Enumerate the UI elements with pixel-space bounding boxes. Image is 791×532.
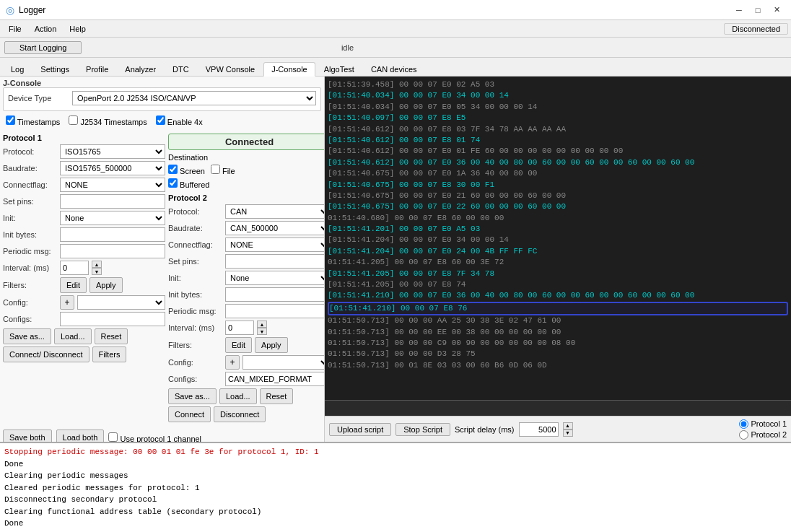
p2-connect-button[interactable]: Connect	[168, 406, 211, 422]
p2-configs-input[interactable]	[225, 372, 325, 386]
p2-config-add-button[interactable]: +	[225, 355, 240, 370]
p2-protocol-select[interactable]: CAN	[225, 204, 325, 219]
script-delay-input[interactable]	[519, 422, 559, 437]
tab-analyzer[interactable]: Analyzer	[117, 62, 164, 76]
tab-jconsole[interactable]: J-Console	[263, 62, 315, 77]
p1-periodicmsg-label: Periodic msg:	[3, 247, 57, 256]
p1-connectflag-select[interactable]: NONE	[60, 178, 165, 192]
tab-can-devices[interactable]: CAN devices	[363, 62, 425, 76]
protocol2-radio[interactable]	[739, 430, 748, 440]
file-checkbox[interactable]	[211, 165, 220, 174]
p1-save-as-button[interactable]: Save as...	[3, 328, 51, 344]
p2-config-select[interactable]	[242, 355, 325, 370]
p1-edit-button[interactable]: Edit	[60, 277, 87, 293]
idle-status: idle	[341, 43, 787, 52]
minimize-button[interactable]: ─	[730, 3, 748, 17]
p1-filters-button[interactable]: Filters	[92, 346, 127, 362]
p2-periodicmsg-label: Periodic msg:	[168, 307, 222, 315]
p2-baudrate-select[interactable]: CAN_500000	[225, 221, 325, 235]
device-type-select[interactable]: OpenPort 2.0 J2534 ISO/CAN/VP	[72, 91, 316, 105]
p2-disconnect-button[interactable]: Disconnect	[214, 406, 266, 422]
connected-button[interactable]: Connected	[168, 134, 325, 150]
console-output[interactable]: [01:51:39.458] 00 00 07 E0 02 A5 03[01:5…	[325, 77, 791, 400]
console-line: 01:51:40.680] 00 00 07 E8 60 00 00 00	[328, 213, 788, 224]
console-line: [01:51:40.612] 00 00 07 E0 01 FE 60 00 0…	[328, 146, 788, 157]
load-both-button[interactable]: Load both	[56, 429, 105, 442]
script-delay-up[interactable]: ▲	[563, 422, 573, 429]
p1-init-select[interactable]: None	[60, 211, 165, 225]
start-logging-button[interactable]: Start Logging	[4, 41, 82, 54]
p1-action-btns: Connect/ Disconnect Filters	[3, 346, 165, 362]
p2-setpins-row: Set pins:	[168, 254, 325, 269]
p2-protocol-label: Protocol:	[168, 207, 222, 216]
p2-interval-up[interactable]: ▲	[257, 320, 267, 328]
log-line: Stopping periodic message: 00 00 01 01 f…	[4, 446, 787, 458]
p1-initbytes-input[interactable]	[60, 227, 165, 242]
screen-checkbox[interactable]	[168, 165, 178, 174]
menu-file[interactable]: File	[3, 23, 27, 35]
tab-vpw-console[interactable]: VPW Console	[198, 62, 263, 76]
console-line: [01:51:40.675] 00 00 07 E0 22 60 00 00 0…	[328, 201, 788, 212]
tab-log[interactable]: Log	[3, 62, 32, 76]
upload-script-button[interactable]: Upload script	[329, 423, 391, 436]
p2-periodicmsg-input[interactable]	[225, 304, 325, 318]
p2-reset-button[interactable]: Reset	[260, 388, 294, 404]
p2-apply-button[interactable]: Apply	[255, 337, 288, 353]
buffered-label[interactable]: Buffered	[168, 178, 209, 189]
p1-interval-down[interactable]: ▼	[92, 268, 102, 275]
p1-config-select[interactable]	[77, 295, 165, 310]
p1-load-button[interactable]: Load...	[54, 328, 92, 344]
p1-setpins-input[interactable]	[60, 194, 165, 209]
jconsole-header: J-Console	[0, 77, 324, 87]
protocol1-radio-label[interactable]: Protocol 1	[739, 419, 787, 429]
script-delay-down[interactable]: ▼	[563, 429, 573, 437]
buffered-checkbox[interactable]	[168, 178, 178, 188]
p1-config-add-button[interactable]: +	[60, 295, 74, 310]
close-button[interactable]: ✕	[768, 3, 785, 17]
enable4x-checkbox-label[interactable]: Enable 4x	[156, 115, 203, 126]
protocol1-radio[interactable]	[739, 419, 748, 429]
protocol2-radio-label[interactable]: Protocol 2	[739, 430, 787, 440]
p2-initbytes-input[interactable]	[225, 287, 325, 302]
use-protocol-checkbox[interactable]	[108, 432, 118, 442]
save-both-button[interactable]: Save both	[3, 429, 52, 442]
p1-configs-input[interactable]	[60, 312, 165, 326]
p2-init-select[interactable]: None	[225, 271, 325, 285]
p1-interval-up[interactable]: ▲	[92, 261, 102, 268]
maximize-button[interactable]: □	[749, 3, 766, 17]
p2-connectflag-select[interactable]: NONE	[225, 237, 325, 252]
p2-interval-input[interactable]	[225, 320, 254, 335]
j2534-timestamps-label[interactable]: J2534 Timestamps	[69, 115, 147, 126]
j2534-timestamps-checkbox[interactable]	[69, 115, 78, 125]
p1-reset-button[interactable]: Reset	[95, 328, 128, 344]
tab-profile[interactable]: Profile	[78, 62, 116, 76]
p1-interval-input[interactable]	[60, 261, 89, 275]
p1-baudrate-select[interactable]: ISO15765_500000	[60, 161, 165, 175]
p2-save-as-button[interactable]: Save as...	[168, 388, 217, 404]
p2-setpins-input[interactable]	[225, 254, 325, 269]
menu-help[interactable]: Help	[64, 23, 92, 35]
stop-script-button[interactable]: Stop Script	[396, 423, 450, 436]
file-label[interactable]: File	[211, 165, 235, 175]
timestamps-checkbox[interactable]	[6, 115, 15, 125]
use-protocol-label[interactable]: Use protocol 1 channel	[108, 432, 201, 442]
enable4x-checkbox[interactable]	[156, 115, 165, 125]
p1-connect-disconnect-button[interactable]: Connect/ Disconnect	[3, 346, 89, 362]
screen-label[interactable]: Screen	[168, 165, 205, 175]
p1-periodicmsg-input[interactable]	[60, 244, 165, 258]
p2-load-button[interactable]: Load...	[219, 388, 257, 404]
timestamps-checkbox-label[interactable]: Timestamps	[6, 115, 60, 126]
console-line: 01:51:50.713] 00 00 00 EE 00 38 00 00 00…	[328, 327, 788, 338]
tab-dtc[interactable]: DTC	[165, 62, 197, 76]
p1-protocol-select[interactable]: ISO15765	[60, 144, 165, 159]
p1-filters-label: Filters:	[3, 281, 57, 289]
tab-settings[interactable]: Settings	[32, 62, 77, 76]
p1-apply-button[interactable]: Apply	[89, 277, 123, 293]
p2-setpins-label: Set pins:	[168, 257, 222, 266]
tab-algotest[interactable]: AlgoTest	[316, 62, 362, 76]
menu-action[interactable]: Action	[29, 23, 63, 35]
console-input[interactable]	[328, 403, 788, 411]
p2-interval-down[interactable]: ▼	[257, 328, 267, 335]
protocol2-title: Protocol 2	[168, 193, 325, 202]
p2-edit-button[interactable]: Edit	[225, 337, 252, 353]
